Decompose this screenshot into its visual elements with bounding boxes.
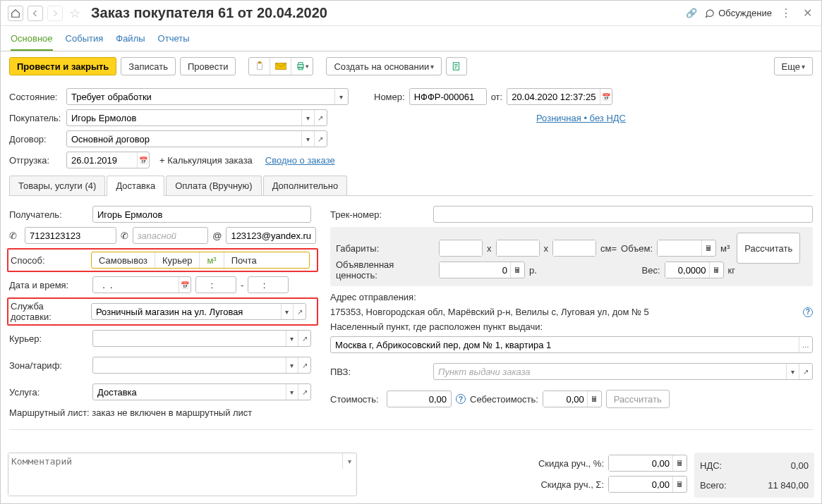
method-courier[interactable]: Курьер (155, 252, 200, 268)
contract-input[interactable]: ▾↗ (66, 130, 327, 147)
form-header: Состояние: ▾ Номер: от: 📅 Покупатель: ▾↗… (1, 81, 821, 176)
chevron-down-icon[interactable]: ▾ (281, 304, 294, 319)
shipment-label: Отгрузка: (9, 155, 62, 166)
help-icon[interactable]: ? (803, 307, 813, 317)
recipient-input[interactable] (92, 206, 311, 223)
chevron-down-icon[interactable]: ▾ (334, 89, 348, 104)
discount-sum-input[interactable]: 🖩 (608, 476, 687, 493)
calculator-icon[interactable]: 🖩 (672, 455, 687, 471)
tab-payment[interactable]: Оплата (Вручную) (166, 176, 261, 195)
method-pickup[interactable]: Самовывоз (92, 252, 155, 268)
open-icon[interactable]: ↗ (298, 384, 310, 400)
buyer-input[interactable]: ▾↗ (66, 109, 327, 126)
calendar-icon[interactable]: 📅 (137, 152, 149, 168)
summary-link[interactable]: Сводно о заказе (265, 155, 335, 166)
open-icon[interactable]: ↗ (298, 357, 310, 373)
open-icon[interactable]: ↗ (298, 331, 310, 346)
nav-reports[interactable]: Отчеты (158, 26, 190, 51)
email-icon[interactable] (270, 58, 291, 75)
discount-perc-input[interactable]: 🖩 (608, 455, 687, 472)
cmd-group-send: ▾ (248, 57, 313, 75)
weight-input[interactable]: 🖩 (665, 262, 724, 278)
ellipsis-icon[interactable]: … (799, 337, 812, 352)
selfcost-input[interactable]: 🖩 (543, 391, 602, 407)
open-icon[interactable]: ↗ (314, 131, 327, 147)
back-button[interactable] (28, 6, 43, 21)
top-right: 🔗 Обсуждение ⋮ ✕ (686, 6, 814, 20)
email-input[interactable] (226, 227, 316, 244)
save-button[interactable]: Записать (121, 57, 176, 75)
number-label: Номер: (374, 92, 405, 102)
kebab-menu-button[interactable]: ⋮ (779, 6, 793, 20)
calc-dims-button[interactable]: Рассчитать (737, 233, 800, 264)
chevron-down-icon[interactable]: ▾ (286, 331, 298, 346)
date-input[interactable]: 📅 (507, 88, 612, 105)
nds-value: 0,00 (791, 460, 809, 471)
clipboard-icon[interactable] (249, 58, 270, 75)
chevron-down-icon[interactable]: ▾ (786, 364, 799, 379)
close-button[interactable]: ✕ (800, 6, 814, 20)
chevron-down-icon[interactable]: ▾ (286, 384, 298, 400)
tab-delivery[interactable]: Доставка (107, 176, 164, 195)
post-and-close-button[interactable]: Провести и закрыть (9, 57, 116, 75)
report-icon-button[interactable] (446, 57, 467, 75)
time-from-input[interactable] (195, 276, 236, 293)
selfcost-label: Себестоимость: (470, 394, 538, 405)
post-button[interactable]: Провести (180, 57, 236, 75)
cost-input[interactable] (387, 391, 452, 407)
discuss-button[interactable]: Обсуждение (704, 8, 772, 18)
open-icon[interactable]: ↗ (293, 304, 306, 319)
open-icon[interactable]: ↗ (799, 364, 812, 379)
delivery-date-input[interactable]: 📅 (92, 276, 191, 293)
help-icon[interactable]: ? (456, 394, 466, 404)
chevron-down-icon[interactable]: ▾ (301, 131, 314, 147)
buyer-label: Покупатель: (9, 113, 62, 123)
calendar-icon[interactable]: 📅 (179, 277, 191, 293)
expand-icon[interactable]: ▾ (342, 453, 356, 469)
pvz-input[interactable]: ▾↗ (433, 363, 813, 380)
forward-button[interactable] (47, 6, 63, 21)
calculator-icon[interactable]: 🖩 (587, 391, 601, 407)
tab-goods[interactable]: Товары, услуги (4) (9, 176, 105, 195)
time-to-input[interactable] (248, 276, 289, 293)
tab-extra[interactable]: Дополнительно (263, 176, 348, 195)
favorite-icon[interactable]: ☆ (67, 6, 83, 21)
track-input[interactable] (433, 206, 813, 223)
calculator-icon[interactable]: 🖩 (510, 262, 524, 278)
declared-input[interactable]: 🖩 (439, 262, 525, 278)
zone-label: Зона/тариф: (9, 360, 88, 371)
chevron-down-icon[interactable]: ▾ (301, 110, 314, 125)
create-based-button[interactable]: Создать на основании (326, 57, 442, 75)
nav-events[interactable]: События (66, 26, 104, 51)
city-input[interactable]: … (330, 336, 813, 353)
discount-perc-label: Скидка руч., %: (538, 458, 604, 469)
method-switcher: Самовывоз Курьер м³ Почта (91, 252, 310, 269)
method-pvz[interactable]: м³ (200, 252, 224, 268)
print-icon[interactable]: ▾ (291, 58, 313, 75)
calculator-icon[interactable]: 🖩 (709, 262, 723, 278)
price-mode-link[interactable]: Розничная • без НДС (536, 113, 626, 123)
zone-input[interactable]: ▾↗ (92, 357, 311, 374)
discuss-label: Обсуждение (718, 8, 772, 18)
comment-input[interactable]: ▾ (8, 453, 357, 496)
state-input[interactable]: ▾ (66, 88, 349, 105)
more-button[interactable]: Еще (774, 57, 813, 75)
phone2-input[interactable] (133, 227, 209, 244)
calculator-icon[interactable]: 🖩 (672, 477, 687, 492)
link-icon[interactable]: 🔗 (686, 8, 697, 18)
method-post[interactable]: Почта (224, 252, 264, 268)
usluga-input[interactable]: ▾↗ (92, 383, 311, 400)
chevron-down-icon[interactable]: ▾ (286, 357, 298, 373)
nav-main[interactable]: Основное (11, 26, 53, 51)
home-button[interactable] (8, 6, 23, 21)
calc-cost-button[interactable]: Рассчитать (606, 390, 670, 408)
open-icon[interactable]: ↗ (314, 110, 327, 125)
service-input[interactable]: ▾↗ (91, 303, 306, 320)
calendar-icon[interactable]: 📅 (600, 89, 612, 104)
shipment-input[interactable]: 📅 (66, 152, 150, 168)
number-input[interactable] (409, 88, 487, 105)
kg: кг (728, 265, 735, 276)
phone1-input[interactable] (25, 227, 116, 244)
nav-files[interactable]: Файлы (116, 26, 145, 51)
courier-input[interactable]: ▾↗ (92, 330, 311, 347)
